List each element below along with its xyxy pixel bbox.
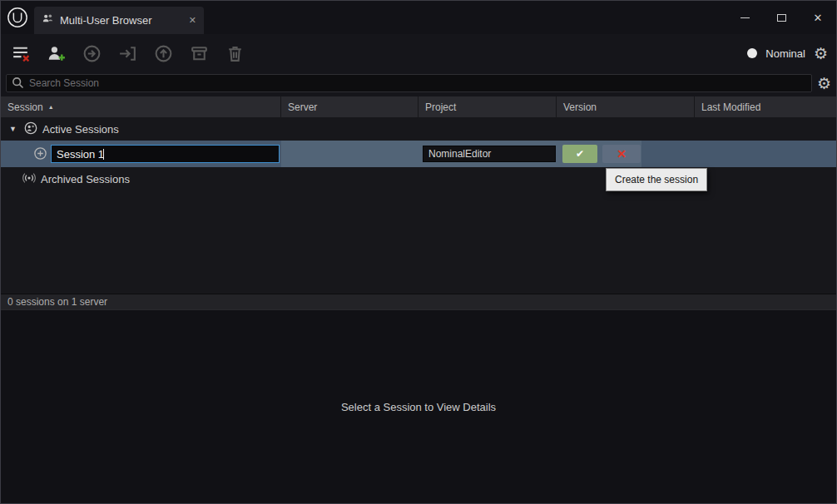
details-panel: Select a Session to View Details xyxy=(1,309,836,503)
column-header-project[interactable]: Project xyxy=(418,96,557,117)
column-header-server[interactable]: Server xyxy=(281,96,418,117)
join-session-button[interactable] xyxy=(116,42,138,64)
archive-session-button[interactable] xyxy=(188,42,210,64)
window-controls: ✕ xyxy=(726,1,836,34)
session-count-text: 0 sessions on 1 server xyxy=(7,296,107,308)
cancel-session-button[interactable]: ✕ xyxy=(602,145,641,163)
unreal-engine-logo-icon xyxy=(1,1,34,34)
column-header-last-modified[interactable]: Last Modified xyxy=(695,96,836,117)
column-header-server-label: Server xyxy=(288,101,317,113)
active-sessions-label: Active Sessions xyxy=(42,123,119,136)
plus-circle-icon xyxy=(33,146,47,163)
search-settings-gear-icon[interactable]: ⚙ xyxy=(817,76,831,91)
search-row: ⚙ xyxy=(1,72,836,96)
sort-ascending-icon: ▲ xyxy=(48,104,54,110)
maximize-icon xyxy=(777,14,786,22)
maximize-button[interactable] xyxy=(763,1,800,34)
toolbar: Nominal ⚙ xyxy=(1,34,836,72)
titlebar: Multi-User Browser ✕ ✕ xyxy=(1,1,836,34)
new-session-row[interactable]: ✔ ✕ xyxy=(1,141,836,167)
session-list: ▼ Active Sessions ✔ xyxy=(1,117,836,294)
settings-gear-icon[interactable]: ⚙ xyxy=(814,46,828,62)
column-header-version[interactable]: Version xyxy=(557,96,695,117)
toolbar-right: Nominal ⚙ xyxy=(747,46,828,62)
minimize-icon xyxy=(740,17,750,18)
search-icon xyxy=(12,77,24,92)
column-header-last-modified-label: Last Modified xyxy=(701,101,760,113)
archived-sessions-icon xyxy=(22,171,36,187)
network-status-label: Nominal xyxy=(765,47,805,60)
tab-multi-user-browser[interactable]: Multi-User Browser ✕ xyxy=(34,7,204,34)
chevron-down-icon[interactable]: ▼ xyxy=(9,125,19,133)
column-header-project-label: Project xyxy=(425,101,456,113)
delete-session-button[interactable] xyxy=(224,42,245,64)
close-button[interactable]: ✕ xyxy=(800,1,836,34)
details-placeholder-text: Select a Session to View Details xyxy=(341,401,496,413)
search-session-input[interactable] xyxy=(6,74,812,92)
column-header-session[interactable]: Session ▲ xyxy=(1,96,281,117)
tab-close-icon[interactable]: ✕ xyxy=(189,15,196,26)
add-user-button[interactable] xyxy=(45,42,67,64)
accept-session-button[interactable]: ✔ xyxy=(562,145,597,163)
active-sessions-icon xyxy=(24,121,37,137)
restore-session-button[interactable] xyxy=(81,42,102,64)
session-project-input[interactable] xyxy=(423,146,556,162)
search-box xyxy=(6,74,812,92)
column-header-version-label: Version xyxy=(563,101,597,113)
table-header: Session ▲ Server Project Version Last Mo… xyxy=(1,96,836,117)
archived-sessions-label: Archived Sessions xyxy=(41,173,130,185)
multi-user-browser-window: Multi-User Browser ✕ ✕ xyxy=(0,0,837,504)
session-name-input[interactable] xyxy=(51,145,280,163)
multi-user-icon xyxy=(42,12,54,28)
upload-session-button[interactable] xyxy=(152,42,174,64)
create-session-tooltip: Create the session xyxy=(606,168,707,191)
status-bar: 0 sessions on 1 server xyxy=(1,294,836,309)
remove-session-list-button[interactable] xyxy=(9,42,31,64)
column-header-session-label: Session xyxy=(7,101,43,113)
minimize-button[interactable] xyxy=(726,1,763,34)
archived-sessions-group-row[interactable]: Archived Sessions xyxy=(1,167,836,190)
active-sessions-group-row[interactable]: ▼ Active Sessions xyxy=(1,117,836,141)
tab-title: Multi-User Browser xyxy=(60,14,183,27)
network-status-dot-icon xyxy=(747,48,757,58)
